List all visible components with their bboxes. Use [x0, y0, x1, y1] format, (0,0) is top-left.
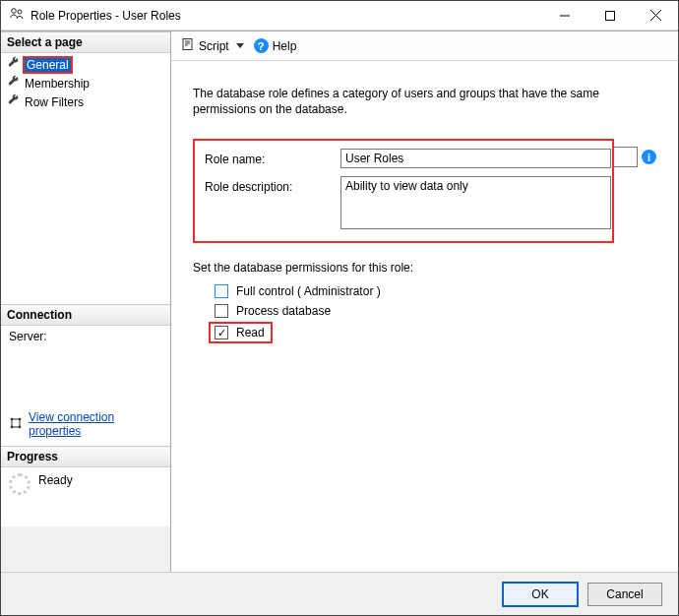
- role-desc-label: Role description:: [205, 176, 333, 229]
- page-item-membership[interactable]: Membership: [5, 74, 166, 92]
- close-button[interactable]: [633, 1, 678, 30]
- wrench-icon: [7, 75, 21, 92]
- page-label: General: [25, 58, 71, 72]
- app-icon: [9, 6, 25, 25]
- content-area: The database role defines a category of …: [171, 61, 678, 572]
- page-item-rowfilters[interactable]: Row Filters: [5, 92, 166, 111]
- help-icon: ?: [254, 38, 269, 53]
- info-icon[interactable]: i: [642, 150, 656, 164]
- cancel-button[interactable]: Cancel: [587, 583, 662, 606]
- role-name-row: [340, 149, 611, 168]
- script-label: Script: [199, 39, 229, 53]
- toolbar: Script ? Help: [171, 31, 678, 61]
- checkbox-process[interactable]: [215, 304, 228, 318]
- svg-rect-3: [606, 11, 615, 20]
- read-highlight: Read: [211, 324, 271, 341]
- script-button[interactable]: Script: [181, 37, 244, 54]
- dialog-window: Role Properties - User Roles Select a pa…: [0, 0, 679, 616]
- perm-fullcontrol-row[interactable]: Full control ( Administrator ): [215, 284, 656, 298]
- window-controls: [542, 1, 678, 30]
- page-item-general[interactable]: General: [5, 55, 166, 74]
- server-label: Server:: [9, 330, 47, 343]
- select-page-header: Select a page: [1, 31, 170, 53]
- role-form-highlight: Role name: Role description:: [193, 139, 614, 243]
- page-label: Row Filters: [25, 95, 84, 109]
- svg-point-0: [12, 9, 17, 14]
- role-name-input[interactable]: [340, 149, 611, 168]
- titlebar: Role Properties - User Roles: [1, 1, 678, 31]
- script-icon: [181, 37, 195, 54]
- wrench-icon: [7, 93, 21, 110]
- chevron-down-icon: [236, 43, 244, 48]
- page-list: General Membership Row Filters: [1, 53, 170, 304]
- permissions-title: Set the database permissions for this ro…: [193, 261, 656, 275]
- role-description-text: The database role defines a category of …: [193, 87, 656, 117]
- dialog-body: Select a page General Membership: [1, 31, 678, 572]
- help-button[interactable]: ? Help: [254, 38, 297, 53]
- connection-icon: [9, 416, 23, 433]
- window-title: Role Properties - User Roles: [31, 9, 181, 23]
- minimize-button[interactable]: [542, 1, 587, 30]
- checkbox-read[interactable]: [215, 326, 228, 339]
- checkbox-fullcontrol[interactable]: [215, 284, 228, 298]
- connection-header: Connection: [1, 304, 170, 326]
- progress-body: Ready: [1, 467, 170, 526]
- perm-fullcontrol-label: Full control ( Administrator ): [236, 284, 381, 298]
- role-name-label: Role name:: [205, 149, 333, 168]
- svg-point-1: [18, 10, 22, 14]
- sidebar: Select a page General Membership: [1, 31, 171, 572]
- svg-rect-10: [183, 39, 192, 50]
- progress-status: Ready: [38, 473, 73, 487]
- permissions-section: Set the database permissions for this ro…: [193, 261, 656, 341]
- connection-body: Server: View connection properties: [1, 326, 170, 446]
- ok-button[interactable]: OK: [503, 583, 578, 606]
- role-desc-input[interactable]: [340, 176, 611, 229]
- wrench-icon: [7, 56, 21, 73]
- maximize-button[interactable]: [587, 1, 633, 30]
- perm-read-label: Read: [236, 326, 265, 339]
- perm-read-row[interactable]: Read: [211, 324, 656, 341]
- page-label: Membership: [25, 77, 90, 91]
- perm-process-label: Process database: [236, 304, 331, 318]
- view-connection-row: View connection properties: [5, 408, 166, 440]
- view-connection-link[interactable]: View connection properties: [29, 410, 162, 438]
- main-panel: Script ? Help The database role defines …: [171, 31, 678, 572]
- server-label-row: Server:: [5, 328, 166, 345]
- perm-process-row[interactable]: Process database: [215, 304, 656, 318]
- progress-header: Progress: [1, 446, 170, 467]
- role-name-input-extension[interactable]: [614, 147, 638, 167]
- progress-spinner-icon: [9, 473, 31, 495]
- titlebar-left: Role Properties - User Roles: [9, 6, 181, 25]
- dialog-footer: OK Cancel: [1, 572, 678, 615]
- help-label: Help: [273, 39, 297, 53]
